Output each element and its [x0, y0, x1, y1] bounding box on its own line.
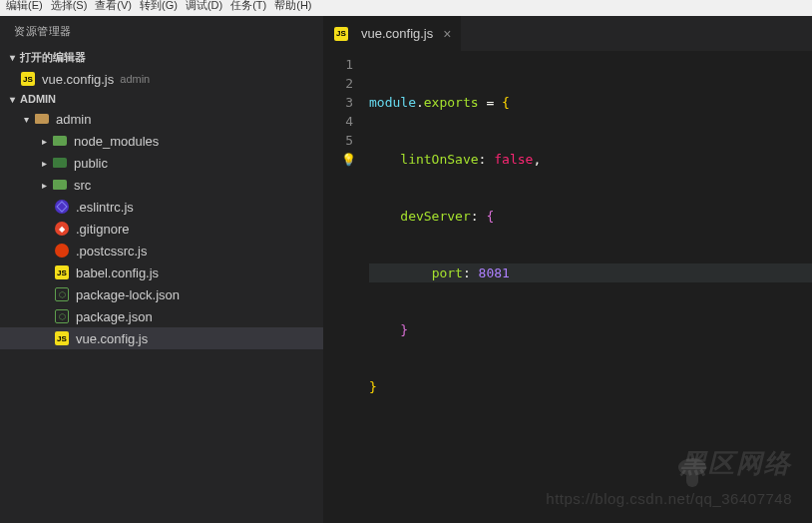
tree-label: src [74, 178, 91, 193]
tree-label: package.json [76, 309, 153, 324]
json-file-icon: ⬡ [54, 286, 70, 302]
tree-file-gitignore[interactable]: ◆ .gitignore [0, 218, 323, 240]
open-editor-path: admin [120, 73, 150, 85]
watermark-url: https://blog.csdn.net/qq_36407748 [546, 490, 792, 507]
menu-view[interactable]: 查看(V) [95, 0, 132, 11]
line-gutter: 1 2 3 4 5 6 [323, 55, 369, 523]
menu-edit[interactable]: 编辑(E) [6, 0, 43, 11]
code-line: } [369, 377, 812, 396]
menu-help[interactable]: 帮助(H) [274, 0, 311, 11]
menu-select[interactable]: 选择(S) [51, 0, 88, 11]
editor-pane: JS vue.config.js × 1 2 3 4 5 6 module.ex… [323, 16, 812, 523]
chevron-down-icon: ▾ [20, 114, 32, 125]
menu-tasks[interactable]: 任务(T) [230, 0, 266, 11]
tree-folder-src[interactable]: ▸ src [0, 174, 323, 196]
chevron-right-icon: ▸ [38, 180, 50, 191]
project-header[interactable]: ▾ ADMIN [0, 90, 323, 108]
line-number: 2 [323, 74, 353, 93]
menu-debug[interactable]: 调试(D) [186, 0, 222, 11]
tree-file-babel[interactable]: JS babel.config.js [0, 262, 323, 283]
tree-folder-public[interactable]: ▸ public [0, 152, 323, 174]
chevron-right-icon: ▸ [38, 136, 50, 147]
tree-label: babel.config.js [76, 265, 159, 280]
js-file-icon: JS [54, 264, 70, 280]
chevron-down-icon: ▾ [6, 94, 18, 105]
tree-folder-node-modules[interactable]: ▸ node_modules [0, 130, 323, 152]
close-icon[interactable]: × [443, 26, 451, 42]
code-line: } [369, 320, 812, 339]
open-editors-header[interactable]: ▾ 打开的编辑器 [0, 47, 323, 68]
tree-label: vue.config.js [76, 331, 148, 346]
json-file-icon: ⬡ [54, 308, 70, 324]
menubar: 编辑(E) 选择(S) 查看(V) 转到(G) 调试(D) 任务(T) 帮助(H… [0, 0, 812, 16]
code-line: devServer: { [369, 207, 812, 226]
open-editor-filename: vue.config.js [42, 72, 114, 87]
tree-label: .gitignore [76, 222, 129, 237]
explorer-title: 资源管理器 [0, 16, 323, 47]
js-file-icon: JS [333, 26, 349, 42]
tree-label: node_modules [74, 134, 159, 149]
tree-file-eslintrc[interactable]: .eslintrc.js [0, 196, 323, 218]
postcss-icon [54, 243, 70, 259]
tab-title: vue.config.js [361, 26, 433, 41]
folder-open-icon [34, 111, 50, 127]
tree-file-postcssrc[interactable]: .postcssrc.js [0, 240, 323, 262]
tree-label: .eslintrc.js [76, 200, 134, 215]
menu-goto[interactable]: 转到(G) [140, 0, 178, 11]
code-line: 💡 lintOnSave: false, [369, 150, 812, 169]
line-number: 5 [323, 131, 353, 150]
lightbulb-icon[interactable]: 💡 [341, 151, 356, 170]
folder-icon [52, 177, 68, 193]
tree-label: public [74, 156, 108, 171]
eslint-icon [54, 199, 70, 215]
code-line: module.exports = { [369, 93, 812, 112]
line-number: 1 [323, 55, 353, 74]
explorer-sidebar: 资源管理器 ▾ 打开的编辑器 JS vue.config.js admin ▾ … [0, 16, 323, 523]
tree-folder-admin[interactable]: ▾ admin [0, 108, 323, 130]
tree-file-vue-config[interactable]: JS vue.config.js [0, 327, 323, 349]
folder-icon [52, 133, 68, 149]
chevron-down-icon: ▾ [6, 52, 18, 63]
tree-label: package-lock.json [76, 287, 180, 302]
line-number: 4 [323, 112, 353, 131]
line-number: 3 [323, 93, 353, 112]
tree-label: admin [56, 112, 91, 127]
folder-icon [52, 155, 68, 171]
code-line: port: 8081 [369, 263, 812, 282]
tree-file-package-lock[interactable]: ⬡ package-lock.json [0, 283, 323, 305]
editor-body[interactable]: 1 2 3 4 5 6 module.exports = { 💡 lintOnS… [323, 51, 812, 523]
git-icon: ◆ [54, 221, 70, 237]
tree-label: .postcssrc.js [76, 244, 148, 259]
tab-vue-config[interactable]: JS vue.config.js × [323, 16, 461, 51]
tabbar: JS vue.config.js × [323, 16, 812, 51]
js-file-icon: JS [54, 330, 70, 346]
watermark-brand: 黑区网络 [680, 446, 792, 481]
open-editor-item[interactable]: JS vue.config.js admin [0, 68, 323, 90]
tree-file-package[interactable]: ⬡ package.json [0, 305, 323, 327]
js-file-icon: JS [20, 71, 36, 87]
chevron-right-icon: ▸ [38, 158, 50, 169]
